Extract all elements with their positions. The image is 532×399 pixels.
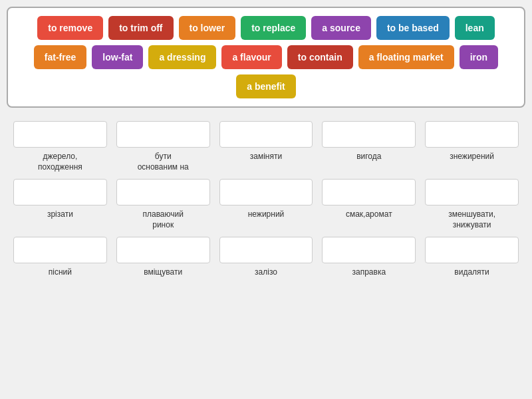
- answer-cell: смак,аромат: [322, 179, 416, 230]
- answer-label: вміщувати: [144, 267, 182, 278]
- word-bank: to removeto trim offto lowerto replacea …: [7, 7, 525, 108]
- answer-box[interactable]: [116, 179, 210, 205]
- answer-box[interactable]: [322, 179, 416, 205]
- answer-row-0: джерело, походженнябути основаним назамі…: [7, 121, 525, 172]
- answer-label: залізо: [255, 267, 277, 278]
- answer-box[interactable]: [116, 237, 210, 263]
- answer-cell: пісний: [13, 237, 107, 278]
- answer-cell: видаляти: [425, 237, 519, 278]
- answer-cell: знежирений: [425, 121, 519, 172]
- answer-row-1: зрізатиплаваючий ринокнежирнийсмак,арома…: [7, 179, 525, 230]
- word-chip[interactable]: low-fat: [92, 45, 143, 69]
- answer-box[interactable]: [425, 237, 519, 263]
- answer-label: зменшувати, знижувати: [448, 209, 495, 230]
- answer-cell: джерело, походження: [13, 121, 107, 172]
- word-chip[interactable]: to remove: [37, 16, 103, 40]
- word-chip[interactable]: to be based: [376, 16, 450, 40]
- word-chip[interactable]: lean: [455, 16, 495, 40]
- word-chip[interactable]: to lower: [179, 16, 236, 40]
- answer-box[interactable]: [322, 121, 416, 148]
- word-chip[interactable]: to trim off: [108, 16, 173, 40]
- answer-cell: заміняти: [219, 121, 313, 172]
- answer-cell: зрізати: [13, 179, 107, 230]
- answer-label: нежирний: [248, 209, 285, 220]
- word-chip[interactable]: to replace: [241, 16, 306, 40]
- answer-box[interactable]: [219, 179, 313, 205]
- answer-box[interactable]: [13, 121, 107, 148]
- answer-label: зрізати: [47, 209, 73, 220]
- answer-rows-container: джерело, походженнябути основаним назамі…: [7, 121, 525, 278]
- word-chip[interactable]: fat-free: [34, 45, 86, 69]
- answer-label: знежирений: [450, 152, 494, 162]
- answer-box[interactable]: [425, 121, 519, 148]
- answer-label: заміняти: [250, 152, 282, 162]
- word-chip[interactable]: a benefit: [236, 74, 296, 98]
- answer-row-2: піснийвміщуватизалізозаправкавидаляти: [7, 237, 525, 278]
- answer-box[interactable]: [116, 121, 210, 148]
- answer-cell: вміщувати: [116, 237, 210, 278]
- answer-box[interactable]: [219, 121, 313, 148]
- word-chip[interactable]: a flavour: [221, 45, 281, 69]
- answer-box[interactable]: [425, 179, 519, 205]
- answer-label: смак,аромат: [346, 209, 392, 220]
- answer-cell: залізо: [219, 237, 313, 278]
- word-chip[interactable]: a floating market: [358, 45, 454, 69]
- answer-label: вигода: [356, 152, 381, 162]
- answer-cell: бути основаним на: [116, 121, 210, 172]
- answer-cell: вигода: [322, 121, 416, 172]
- answer-label: джерело, походження: [38, 152, 82, 172]
- answer-box[interactable]: [219, 237, 313, 263]
- answer-cell: плаваючий ринок: [116, 179, 210, 230]
- answer-label: пісний: [49, 267, 72, 278]
- answer-label: заправка: [352, 267, 386, 278]
- word-chip[interactable]: to contain: [287, 45, 353, 69]
- answer-label: плаваючий ринок: [142, 209, 183, 230]
- answer-cell: заправка: [322, 237, 416, 278]
- word-chip[interactable]: a source: [311, 16, 371, 40]
- answer-label: видаляти: [454, 267, 489, 278]
- answer-box[interactable]: [13, 237, 107, 263]
- answer-box[interactable]: [13, 179, 107, 205]
- answer-box[interactable]: [322, 237, 416, 263]
- answer-cell: нежирний: [219, 179, 313, 230]
- answer-label: бути основаним на: [138, 152, 189, 172]
- word-chip[interactable]: iron: [460, 45, 498, 69]
- answer-cell: зменшувати, знижувати: [425, 179, 519, 230]
- word-chip[interactable]: a dressing: [148, 45, 216, 69]
